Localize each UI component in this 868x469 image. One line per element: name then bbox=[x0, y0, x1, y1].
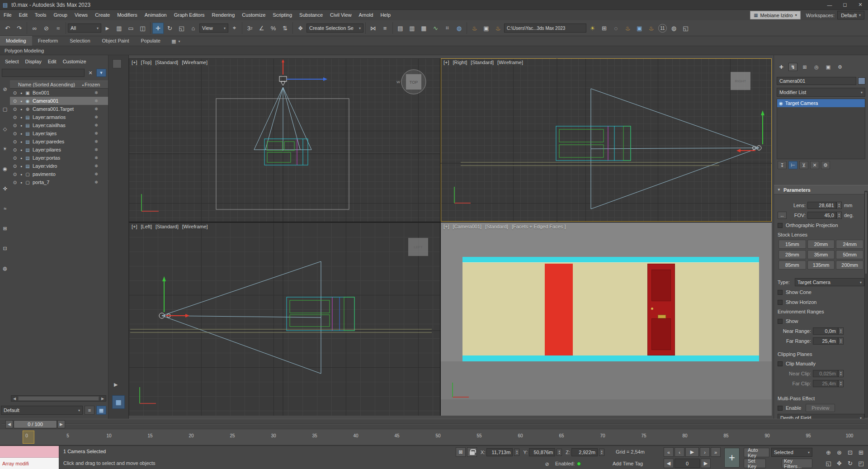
next-key-icon[interactable]: ▶ bbox=[701, 459, 711, 468]
display-geometry-icon[interactable]: ▢ bbox=[0, 105, 9, 113]
display-none-icon[interactable]: ⊘ bbox=[0, 85, 9, 93]
explorer-preset-dropdown[interactable]: Default bbox=[1, 406, 83, 415]
play-animation-icon[interactable]: ▶ bbox=[685, 447, 699, 457]
menu-customize[interactable]: Customize bbox=[238, 10, 269, 20]
env-show-checkbox[interactable] bbox=[778, 319, 783, 324]
polygon-modeling-panel-title[interactable]: Polygon Modeling bbox=[5, 48, 44, 53]
select-by-name-icon[interactable]: ▥ bbox=[113, 23, 125, 34]
display-materials-icon[interactable]: ◍ bbox=[0, 264, 9, 272]
hierarchy-tab-icon[interactable]: ⊞ bbox=[800, 63, 809, 71]
select-and-place-icon[interactable]: ⌂ bbox=[188, 23, 199, 34]
viewport-menu-button[interactable]: [+] bbox=[132, 224, 137, 229]
viewport-menu-button[interactable]: [+] bbox=[443, 60, 449, 65]
selection-filter-dropdown[interactable]: All bbox=[68, 24, 101, 33]
go-to-end-icon[interactable]: » bbox=[711, 447, 721, 457]
search-input[interactable] bbox=[2, 69, 85, 77]
display-spacewarps-icon[interactable]: ≈ bbox=[0, 204, 9, 213]
display-helpers-icon[interactable]: ✜ bbox=[0, 185, 9, 193]
viewport-pov-label[interactable]: [Camera001] bbox=[453, 224, 482, 229]
redo-icon[interactable]: ↷ bbox=[14, 23, 25, 34]
key-filters-button[interactable]: Key Filters... bbox=[782, 459, 812, 468]
object-color-swatch[interactable] bbox=[858, 77, 865, 85]
viewport-menu-button[interactable]: [+] bbox=[443, 224, 449, 229]
material-override-icon[interactable]: ◍ bbox=[668, 23, 679, 34]
previous-frame-icon[interactable]: ◀ bbox=[5, 420, 13, 428]
visibility-eye-icon[interactable] bbox=[12, 123, 18, 128]
camera-type-dropdown[interactable]: Target Camera bbox=[795, 278, 864, 286]
absolute-mode-icon[interactable]: ⊠ bbox=[456, 447, 466, 457]
auto-key-button[interactable]: Auto Key bbox=[744, 448, 769, 457]
spinner-snap-icon[interactable]: ⇅ bbox=[279, 23, 291, 34]
list-item[interactable]: Layer:portas bbox=[10, 154, 108, 162]
viewport-pov-label[interactable]: [Top] bbox=[141, 60, 152, 65]
utilities-tab-icon[interactable]: ⚙ bbox=[835, 63, 844, 71]
previous-key-icon[interactable]: ◀ bbox=[664, 459, 674, 468]
visibility-eye-icon[interactable] bbox=[12, 139, 18, 144]
ribbon-panel-strip[interactable]: Polygon Modeling bbox=[0, 46, 868, 55]
list-item[interactable]: porta_7 bbox=[10, 178, 108, 186]
window-crossing-icon[interactable]: ◫ bbox=[137, 23, 148, 34]
z-spinner[interactable] bbox=[599, 449, 604, 456]
orbit-icon[interactable]: ↻ bbox=[845, 458, 855, 469]
render-dot-icon[interactable] bbox=[18, 124, 24, 127]
visibility-eye-icon[interactable] bbox=[12, 147, 18, 152]
tab-populate[interactable]: Populate bbox=[135, 36, 166, 46]
display-tab-icon[interactable]: ▣ bbox=[824, 63, 833, 71]
previous-frame-icon[interactable]: ‹ bbox=[675, 447, 684, 457]
arnold-render-view-icon[interactable]: ▣ bbox=[634, 23, 645, 34]
menu-animation[interactable]: Animation bbox=[141, 10, 170, 20]
angle-snap-icon[interactable]: ∠ bbox=[256, 23, 267, 34]
show-cone-checkbox[interactable] bbox=[778, 290, 783, 295]
list-item[interactable]: Layer:vidro bbox=[10, 162, 108, 170]
edit-named-selection-sets-icon[interactable]: ❖ bbox=[295, 23, 306, 34]
menu-scripting[interactable]: Scripting bbox=[269, 10, 296, 20]
modifier-stack[interactable]: ◉ Target Camera bbox=[777, 99, 865, 159]
close-button[interactable]: ✕ bbox=[853, 0, 868, 9]
menu-edit[interactable]: Edit bbox=[15, 10, 31, 20]
rectangular-selection-region-icon[interactable]: ▭ bbox=[125, 23, 137, 34]
minimize-button[interactable]: — bbox=[822, 0, 837, 9]
align-icon[interactable]: ≡ bbox=[379, 23, 391, 34]
track-bar[interactable]: 0 5 10 15 20 25 30 35 40 45 50 55 60 65 … bbox=[0, 429, 868, 445]
clip-manually-checkbox[interactable] bbox=[778, 361, 783, 366]
rendered-frame-window-icon[interactable]: ▣ bbox=[481, 23, 492, 34]
viewport-shading-label[interactable]: [Wireframe] bbox=[497, 60, 523, 65]
render-setup-icon[interactable]: ♨ bbox=[469, 23, 480, 34]
explorer-menu-display[interactable]: Display bbox=[22, 59, 45, 64]
scroll-left-icon[interactable]: ◀ bbox=[11, 396, 18, 401]
zoom-extents-icon[interactable]: ⊡ bbox=[845, 447, 855, 458]
toggle-scene-explorer-icon[interactable]: ▤ bbox=[395, 23, 406, 34]
frozen-icon[interactable] bbox=[85, 172, 108, 176]
keyboard-override-icon[interactable]: ⊘ bbox=[542, 460, 552, 468]
make-unique-icon[interactable]: ⊻ bbox=[799, 161, 808, 169]
viewport-tab-arrow-icon[interactable]: ▶ bbox=[114, 382, 118, 388]
create-tab-icon[interactable]: ✚ bbox=[777, 63, 786, 71]
modify-tab-icon[interactable]: ↯ bbox=[788, 63, 797, 71]
motion-tab-icon[interactable]: ◎ bbox=[812, 63, 821, 71]
render-dot-icon[interactable] bbox=[18, 140, 24, 143]
set-key-button[interactable]: Set Key bbox=[744, 459, 766, 468]
scroll-right-icon[interactable]: ▶ bbox=[99, 396, 106, 401]
scrollbar-thumb[interactable] bbox=[18, 396, 99, 401]
render-production-icon[interactable]: ♨ bbox=[492, 23, 504, 34]
lens-preset-button[interactable]: 28mm bbox=[778, 250, 806, 259]
remove-modifier-icon[interactable]: ✕ bbox=[810, 161, 819, 169]
select-and-move-icon[interactable]: ✛ bbox=[152, 23, 164, 34]
use-pivot-center-icon[interactable]: ⌖ bbox=[229, 23, 240, 34]
configure-modifier-sets-icon[interactable]: ⚙ bbox=[821, 161, 830, 169]
x-spinner[interactable] bbox=[514, 449, 519, 456]
visibility-eye-icon[interactable] bbox=[12, 180, 18, 185]
visibility-eye-icon[interactable] bbox=[12, 156, 18, 161]
workspaces-dropdown[interactable]: Default bbox=[837, 11, 864, 19]
select-and-rotate-icon[interactable]: ↻ bbox=[164, 23, 175, 34]
explorer-settings-button[interactable]: ≡ bbox=[85, 406, 94, 415]
list-item[interactable]: Layer:lajes bbox=[10, 129, 108, 137]
explorer-horizontal-scrollbar[interactable]: ◀ ▶ bbox=[11, 395, 106, 402]
display-lights-icon[interactable]: ☀ bbox=[0, 145, 9, 153]
fov-spinner[interactable] bbox=[836, 212, 842, 219]
list-item[interactable]: Layer:caixilhas bbox=[10, 121, 108, 129]
modifier-list-dropdown[interactable]: Modifier List bbox=[777, 88, 865, 97]
render-dot-icon[interactable] bbox=[18, 148, 24, 152]
menu-modifiers[interactable]: Modifiers bbox=[113, 10, 141, 20]
ribbon-config-dropdown[interactable]: ▦ bbox=[169, 37, 183, 46]
